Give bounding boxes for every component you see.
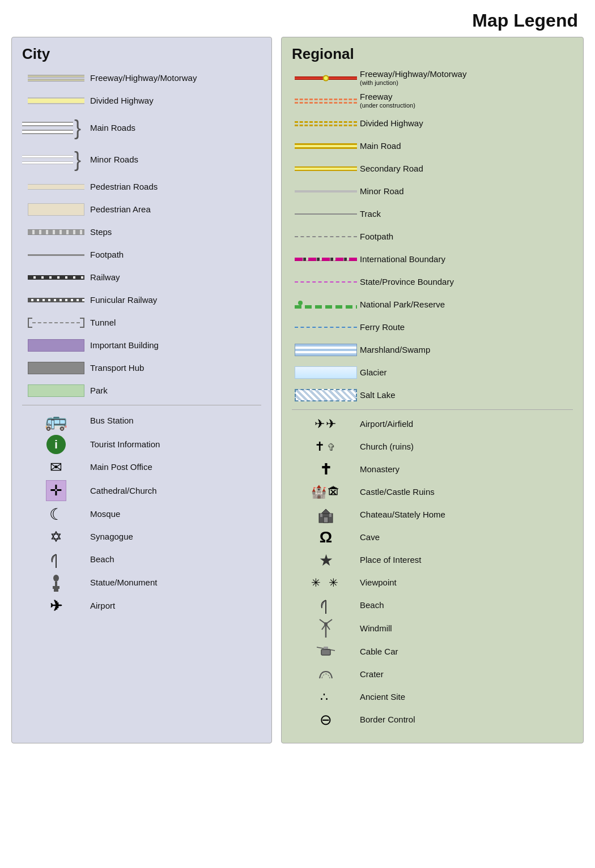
reg-freeway-construction-icon (292, 99, 360, 104)
list-item: Freeway (under construction) (292, 91, 573, 110)
reg-monastery-icon: ✝ (292, 461, 360, 478)
reg-freeway-icon (292, 74, 360, 83)
list-item: 🏰🏚 Castle/Castle Ruins (292, 482, 573, 502)
regional-panel: Regional Freeway/Highway/Motorway (with … (281, 37, 584, 743)
reg-cave-label: Cave (360, 532, 380, 542)
list-item: } Main Roads (22, 114, 261, 142)
railway-label: Railway (90, 272, 120, 283)
list-item: Divided Highway (292, 114, 573, 133)
reg-national-park-icon (292, 301, 360, 309)
reg-crater-icon (292, 668, 360, 681)
list-item: Divided Highway (22, 91, 261, 110)
list-item: ★ Place of Interest (292, 550, 573, 570)
airport-city-icon: ✈ (22, 597, 90, 615)
reg-chateau-icon (292, 506, 360, 524)
list-item: ∴ Ancient Site (292, 687, 573, 707)
list-item: Park (22, 381, 261, 400)
list-item: Steps (22, 223, 261, 242)
mosque-label: Mosque (90, 509, 120, 519)
tunnel-label: Tunnel (90, 318, 116, 328)
freeway-icon (22, 75, 90, 82)
reg-glacier-label: Glacier (360, 367, 387, 378)
reg-divided-label: Divided Highway (360, 118, 423, 129)
reg-glacier-icon (292, 366, 360, 379)
list-item: Footpath (22, 245, 261, 264)
reg-border-control-label: Border Control (360, 715, 415, 725)
reg-ancient-site-icon: ∴ (292, 690, 360, 704)
reg-beach-icon (292, 596, 360, 615)
list-item: ✝ Monastery (292, 460, 573, 479)
svg-rect-7 (320, 514, 322, 517)
main-roads-icon: } (22, 117, 90, 139)
list-item: Freeway/Highway/Motorway (with junction) (292, 69, 573, 88)
list-item: Important Building (22, 336, 261, 355)
reg-cablecar-icon (292, 643, 360, 661)
reg-border-control-icon: ⊖ (292, 711, 360, 729)
reg-minor-road-label: Minor Road (360, 186, 404, 196)
list-item: ☾ Mosque (22, 504, 261, 524)
pedestrian-roads-label: Pedestrian Roads (90, 182, 158, 192)
reg-freeway-construction-label: Freeway (under construction) (360, 92, 415, 109)
reg-intl-boundary-label: International Boundary (360, 254, 445, 264)
steps-icon (22, 229, 90, 235)
regional-heading: Regional (292, 45, 573, 63)
list-item: Railway (22, 268, 261, 287)
list-item: Main Road (292, 136, 573, 156)
pedestrian-area-label: Pedestrian Area (90, 204, 151, 215)
reg-footpath-icon (292, 236, 360, 237)
list-item: Statue/Monument (22, 572, 261, 593)
reg-track-label: Track (360, 209, 381, 219)
list-item: Pedestrian Roads (22, 177, 261, 196)
reg-windmill-label: Windmill (360, 623, 392, 634)
list-item: ✈ Airport (22, 596, 261, 615)
park-icon (22, 384, 90, 397)
reg-minor-road-icon (292, 190, 360, 193)
list-item: Cable Car (292, 642, 573, 661)
list-item: ✡ Synagogue (22, 527, 261, 546)
reg-footpath-label: Footpath (360, 232, 393, 242)
reg-cave-icon: Ω (292, 528, 360, 546)
svg-line-12 (320, 619, 326, 624)
park-label: Park (90, 386, 108, 396)
list-item: Windmill (292, 618, 573, 639)
reg-poi-label: Place of Interest (360, 555, 421, 565)
post-office-label: Main Post Office (90, 462, 152, 472)
transport-hub-icon (22, 362, 90, 374)
list-item: ✈✈ Airport/Airfield (292, 414, 573, 434)
reg-chateau-label: Chateau/Stately Home (360, 510, 445, 520)
church-icon: ✛ (22, 480, 90, 501)
statue-icon (22, 572, 90, 593)
pedestrian-area-icon (22, 203, 90, 216)
list-item: Transport Hub (22, 358, 261, 378)
reg-ferry-label: Ferry Route (360, 322, 405, 332)
svg-point-3 (53, 575, 59, 581)
list-item: Marshland/Swamp (292, 340, 573, 360)
reg-viewpoint-label: Viewpoint (360, 578, 397, 588)
list-item: Salt Lake (292, 386, 573, 405)
list-item: Minor Road (292, 182, 573, 201)
divided-highway-icon (22, 97, 90, 104)
reg-main-road-icon (292, 143, 360, 149)
post-office-icon: ✉ (22, 459, 90, 476)
reg-windmill-icon (292, 618, 360, 639)
important-building-label: Important Building (90, 340, 159, 350)
footpath-label: Footpath (90, 250, 124, 260)
reg-poi-icon: ★ (292, 551, 360, 570)
main-roads-label: Main Roads (90, 123, 135, 133)
list-item: ✝✞ Church (ruins) (292, 437, 573, 456)
statue-label: Statue/Monument (90, 578, 157, 588)
list-item: Tunnel (22, 313, 261, 332)
railway-icon (22, 275, 90, 280)
beach-city-label: Beach (90, 554, 114, 565)
reg-secondary-road-label: Secondary Road (360, 164, 423, 174)
list-item: i Tourist Information (22, 435, 261, 454)
list-item: ⊖ Border Control (292, 710, 573, 729)
reg-crater-label: Crater (360, 669, 384, 679)
divided-highway-label: Divided Highway (90, 96, 154, 106)
list-item: ✉ Main Post Office (22, 457, 261, 477)
reg-freeway-label: Freeway/Highway/Motorway (with junction) (360, 69, 466, 87)
svg-rect-4 (55, 581, 57, 587)
reg-salt-lake-label: Salt Lake (360, 390, 396, 400)
funicular-icon (22, 298, 90, 302)
transport-hub-label: Transport Hub (90, 363, 144, 373)
